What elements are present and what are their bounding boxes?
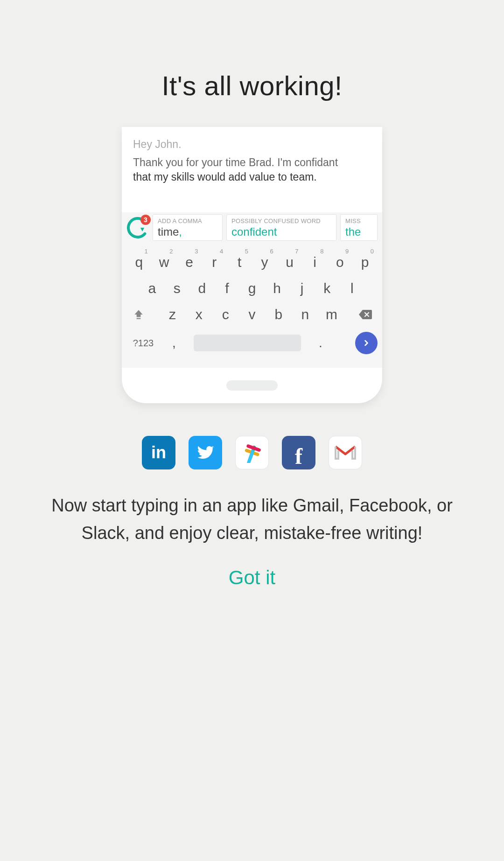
twitter-icon [189,436,222,469]
key-q[interactable]: 1q [126,254,152,270]
home-indicator [226,380,278,391]
suggestion-bar: 3 ADD A COMMA time, POSSIBLY CONFUSED WO… [122,212,382,245]
linkedin-icon: in [142,436,175,469]
error-count-badge: 3 [140,215,151,225]
grammarly-logo[interactable]: 3 [126,217,149,239]
editor-line-1: Thank you for your time Brad. I'm confid… [133,156,338,168]
key-f[interactable]: f [215,280,240,296]
key-s[interactable]: s [165,280,190,296]
key-d[interactable]: d [189,280,215,296]
key-k[interactable]: k [315,280,340,296]
spacebar-key[interactable] [194,335,301,351]
backspace-key-icon[interactable] [355,304,376,325]
keyboard-row-2: a s d f g h j k l [126,275,378,301]
key-i[interactable]: 8i [302,254,328,270]
keyboard-row-1: 1q 2w 3e 4r 5t 6y 7u 8i 9o 0p [126,249,378,275]
key-w[interactable]: 2w [152,254,177,270]
phone-mock: Hey John. Thank you for your time Brad. … [122,127,382,403]
chevron-right-icon [362,338,371,348]
keyboard: 1q 2w 3e 4r 5t 6y 7u 8i 9o 0p a s d f g … [122,245,382,368]
key-j[interactable]: j [289,280,315,296]
editor-line-2: that my skills would add value to team. [133,171,317,183]
editor-greeting: Hey John. [133,138,371,151]
enter-key[interactable] [355,332,378,354]
key-c[interactable]: c [212,307,239,322]
gmail-icon [329,436,362,469]
shift-key-icon[interactable] [128,304,149,325]
suggestion-label: POSSIBLY CONFUSED WORD [231,217,331,224]
facebook-icon: f [282,436,315,469]
period-key[interactable]: . [312,336,329,350]
suggestion-card-missing[interactable]: MISS the [340,214,378,241]
suggestion-card-confused[interactable]: POSSIBLY CONFUSED WORD confident [226,214,336,241]
onboarding-description: Now start typing in an app like Gmail, F… [0,492,504,547]
keyboard-row-4: ?123 , . [126,330,378,356]
text-editor-preview: Hey John. Thank you for your time Brad. … [122,127,382,212]
symbols-key[interactable]: ?123 [126,338,160,349]
suggestion-word: the [345,225,372,238]
key-u[interactable]: 7u [277,254,302,270]
key-g[interactable]: g [239,280,265,296]
key-p[interactable]: 0p [352,254,378,270]
key-t[interactable]: 5t [227,254,252,270]
key-y[interactable]: 6y [252,254,277,270]
key-r[interactable]: 4r [202,254,227,270]
key-n[interactable]: n [292,307,318,322]
comma-key[interactable]: , [166,336,182,350]
suggestion-card-comma[interactable]: ADD A COMMA time, [153,214,223,241]
app-icons-row: in f [142,436,362,469]
key-x[interactable]: x [186,307,212,322]
key-z[interactable]: z [159,307,186,322]
key-h[interactable]: h [265,280,290,296]
key-a[interactable]: a [140,280,165,296]
suggestion-word: confident [231,225,331,238]
key-o[interactable]: 9o [327,254,352,270]
phone-nav-bar [122,368,382,403]
key-l[interactable]: l [340,280,365,296]
onboarding-title: It's all working! [161,70,342,101]
suggestion-label: MISS [345,217,372,224]
svg-rect-1 [137,318,141,319]
slack-icon [235,436,269,469]
key-e[interactable]: 3e [177,254,202,270]
suggestion-label: ADD A COMMA [158,217,217,224]
key-v[interactable]: v [239,307,266,322]
key-b[interactable]: b [265,307,292,322]
got-it-button[interactable]: Got it [229,567,275,589]
keyboard-row-3: z x c v b n m [126,301,378,328]
key-m[interactable]: m [318,307,345,322]
editor-body: Thank you for your time Brad. I'm confid… [133,155,371,184]
suggestion-word: time, [158,225,217,238]
